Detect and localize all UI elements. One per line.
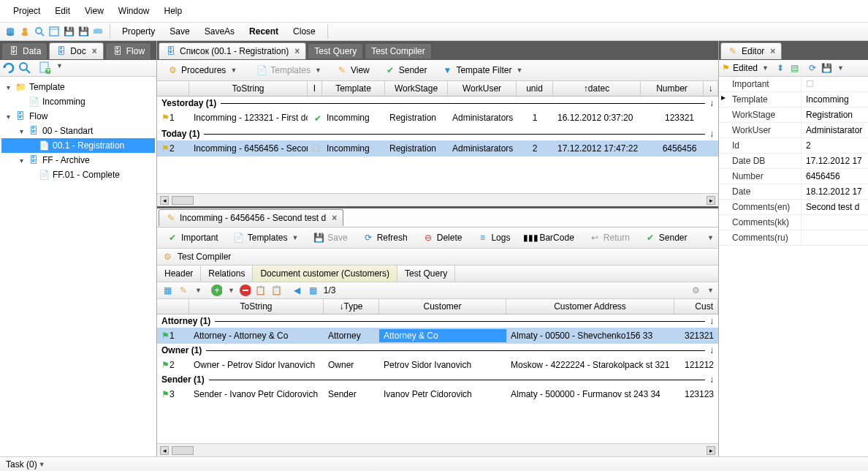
- search-tree-icon[interactable]: [18, 62, 30, 74]
- menu-edit[interactable]: Edit: [47, 3, 77, 19]
- view-button[interactable]: ✎View: [331, 62, 375, 78]
- col-custn[interactable]: Cust: [674, 299, 718, 314]
- property-button[interactable]: Property: [116, 24, 161, 39]
- flag-icon[interactable]: ⚑: [722, 63, 730, 73]
- add-doc-icon[interactable]: +: [39, 62, 50, 74]
- close-icon[interactable]: ×: [332, 213, 337, 223]
- table-row[interactable]: ⚑1 Attorney - Attorney & Co Attorney Att…: [157, 328, 718, 344]
- col-unid[interactable]: unid: [517, 81, 553, 96]
- save-button[interactable]: Save: [164, 24, 195, 39]
- prop-comments-kk[interactable]: Comments(kk): [719, 215, 868, 230]
- refresh-button[interactable]: ⟳Refresh: [357, 230, 413, 246]
- col-datec[interactable]: ↑datec: [553, 81, 641, 96]
- remove-icon[interactable]: [239, 285, 251, 296]
- col-customer[interactable]: Customer: [379, 299, 506, 314]
- prop-workstage[interactable]: WorkStageRegistration: [719, 108, 868, 123]
- hscroll[interactable]: ◂▸: [157, 443, 718, 456]
- tab-test-query[interactable]: Test Query: [308, 43, 363, 59]
- tab-doc-customer[interactable]: Document customer (Customers): [253, 265, 397, 282]
- col-workuser[interactable]: WorkUser: [448, 81, 517, 96]
- prop-comments-ru[interactable]: Comments(ru): [719, 230, 868, 246]
- col-workstage[interactable]: WorkStage: [385, 81, 448, 96]
- col-number[interactable]: Number: [641, 81, 704, 96]
- menu-project[interactable]: Project: [6, 3, 47, 19]
- col-tostring[interactable]: ToString: [189, 299, 324, 314]
- tree-node-registration[interactable]: 📄00.1 - Registration: [1, 138, 155, 153]
- prop-datedb[interactable]: Date DB17.12.2012 17: [719, 154, 868, 169]
- tree-node-incomming[interactable]: 📄Incomming: [1, 94, 155, 109]
- close-icon[interactable]: ×: [770, 46, 775, 56]
- disks-icon[interactable]: 💾: [77, 26, 89, 37]
- user-icon[interactable]: [19, 26, 31, 37]
- close-icon[interactable]: ×: [294, 46, 300, 56]
- window-icon[interactable]: [48, 26, 60, 37]
- col-type[interactable]: ↓Type: [324, 299, 379, 314]
- sender-button[interactable]: ✔Sender: [639, 230, 693, 246]
- disk-icon[interactable]: 💾: [63, 26, 75, 37]
- procedures-button[interactable]: ⚙Procedures▼: [161, 62, 242, 78]
- prop-id[interactable]: Id2: [719, 138, 868, 154]
- prop-template[interactable]: ▸TemplateIncomming: [719, 92, 868, 108]
- list-icon[interactable]: ▦: [308, 285, 319, 296]
- tree-node-template[interactable]: ▾📁Template: [1, 80, 155, 94]
- filter-button[interactable]: ▼Tempate Filter▼: [436, 62, 528, 78]
- status-task[interactable]: Task (0): [6, 459, 37, 470]
- table-row[interactable]: ⚑2 Owner - Petrov Sidor Ivanovich Owner …: [157, 357, 718, 373]
- col-tostring[interactable]: ToString: [189, 81, 308, 96]
- templates-button[interactable]: 📄Templates▼: [228, 230, 304, 246]
- table-row[interactable]: ⚑1 Incomming - 123321 - First do ✔ Incom…: [157, 110, 718, 127]
- table-row[interactable]: ⚑2 Incomming - 6456456 - Secon ☐ Incommi…: [157, 140, 718, 157]
- return-button[interactable]: ↩Return: [584, 230, 635, 246]
- tab-detail[interactable]: ✎Incomming - 6456456 - Second test d×: [159, 209, 343, 226]
- table-row[interactable]: ⚑3 Sender - Ivanov Petr Cidorovich Sende…: [157, 386, 718, 402]
- tab-test-compiler[interactable]: Test Compiler: [365, 43, 431, 59]
- edited-label[interactable]: Edited: [733, 63, 758, 73]
- add-icon[interactable]: +: [210, 285, 222, 296]
- prop-number[interactable]: Number6456456: [719, 169, 868, 184]
- important-button[interactable]: ✔Important: [161, 230, 224, 246]
- align-icon[interactable]: ▤: [789, 62, 801, 74]
- group-attorney[interactable]: Attorney (1)↓: [157, 314, 718, 328]
- menu-window[interactable]: Window: [111, 3, 157, 19]
- hscroll[interactable]: ◂▸: [157, 193, 718, 206]
- tree-node-complete[interactable]: 📄FF.01 - Complete: [1, 167, 155, 182]
- prop-comments-en[interactable]: Comments(en)Second test d: [719, 200, 868, 215]
- tab-data[interactable]: 🗄Data: [1, 42, 47, 59]
- tree-node-archive[interactable]: ▾🗄FF - Archive: [1, 153, 155, 167]
- tab-header[interactable]: Header: [157, 265, 201, 282]
- copy-icon[interactable]: 📋: [255, 285, 267, 296]
- prev-icon[interactable]: ◀: [292, 285, 303, 296]
- prop-workuser[interactable]: WorkUserAdministarator: [719, 123, 868, 138]
- recent-button[interactable]: Recent: [243, 24, 284, 39]
- prop-date[interactable]: Date18.12.2012 17: [719, 184, 868, 200]
- save-button[interactable]: 💾Save: [308, 230, 352, 246]
- tab-relations[interactable]: Relations: [201, 265, 253, 282]
- templates-button[interactable]: 📄Templates▼: [251, 62, 327, 78]
- col-i[interactable]: I: [308, 81, 322, 96]
- col-address[interactable]: Customer Address: [506, 299, 674, 314]
- tab-list[interactable]: 🗄Список (00.1 - Registration)×: [159, 42, 306, 59]
- tree-node-standart[interactable]: ▾🗄00 - Standart: [1, 124, 155, 138]
- drive-icon[interactable]: [92, 26, 104, 37]
- sort-icon[interactable]: ⬍: [774, 62, 786, 74]
- menu-view[interactable]: View: [77, 3, 111, 19]
- sender-button[interactable]: ✔Sender: [379, 62, 433, 78]
- refresh-icon[interactable]: ⟳: [807, 62, 818, 74]
- save-icon[interactable]: 💾: [821, 62, 833, 74]
- saveas-button[interactable]: SaveAs: [199, 24, 240, 39]
- grid-icon[interactable]: ▦: [161, 285, 173, 296]
- close-icon[interactable]: ×: [92, 46, 97, 56]
- delete-button[interactable]: ⊖Delete: [417, 230, 468, 246]
- close-button[interactable]: Close: [287, 24, 321, 39]
- gear-icon[interactable]: ⚙: [690, 285, 701, 296]
- tree-node-flow[interactable]: ▾🗄Flow: [1, 109, 155, 124]
- prop-important[interactable]: Important☐: [719, 77, 868, 92]
- barcode-button[interactable]: ▮▮▮BarCode: [519, 230, 579, 246]
- edit-icon[interactable]: ✎: [178, 285, 189, 296]
- tab-editor[interactable]: ✎Editor×: [720, 42, 782, 59]
- refresh-icon[interactable]: [2, 62, 14, 74]
- tab-test-query[interactable]: Test Query: [397, 265, 455, 282]
- search-icon[interactable]: [34, 26, 45, 37]
- paste-icon[interactable]: 📋: [271, 285, 283, 296]
- group-yesterday[interactable]: Yestorday (1)↓: [157, 97, 718, 110]
